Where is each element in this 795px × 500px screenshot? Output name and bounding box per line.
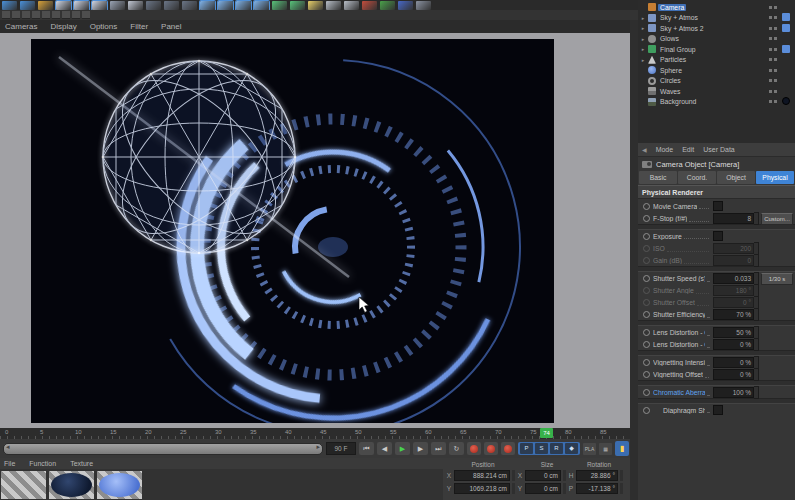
- subdivision-surface-icon[interactable]: [236, 1, 251, 10]
- position-field[interactable]: 1069.218 cm: [454, 483, 510, 494]
- object-name[interactable]: Sky + Atmos: [658, 14, 700, 21]
- animation-toggle-icon[interactable]: [643, 341, 650, 348]
- object-row-waves[interactable]: Waves: [638, 86, 795, 97]
- animation-toggle-icon[interactable]: [643, 275, 650, 282]
- param-value-field[interactable]: 100 %: [713, 387, 754, 398]
- visibility-dots[interactable]: [769, 48, 777, 51]
- visibility-dots[interactable]: [769, 37, 777, 40]
- material-menu-texture[interactable]: Texture: [70, 460, 93, 467]
- param-stepper[interactable]: [754, 386, 759, 399]
- viewport-menu-panel[interactable]: Panel: [161, 22, 181, 31]
- rotation-field[interactable]: 28.886 °: [576, 470, 618, 481]
- param-stepper[interactable]: [754, 254, 759, 267]
- panel-divider[interactable]: [630, 20, 638, 500]
- position-field[interactable]: 888.214 cm: [454, 470, 510, 481]
- floor-environment-icon[interactable]: [272, 1, 287, 10]
- record-scale-button[interactable]: S: [535, 443, 548, 454]
- param-value-field[interactable]: 8: [713, 213, 754, 224]
- timeline-scrubber[interactable]: [3, 443, 323, 455]
- object-row-glows[interactable]: ▸Glows: [638, 34, 795, 45]
- animation-toggle-icon[interactable]: [643, 215, 650, 222]
- visibility-dots[interactable]: [769, 6, 777, 9]
- axis-lock-x-icon[interactable]: [362, 1, 377, 10]
- visibility-dots[interactable]: [769, 69, 777, 72]
- record-pla-button[interactable]: PLA: [583, 443, 596, 455]
- layer-color-chip[interactable]: [782, 24, 790, 32]
- param-stepper[interactable]: [754, 368, 759, 381]
- current-frame-marker[interactable]: 74: [540, 428, 553, 438]
- object-name[interactable]: Camera: [658, 4, 686, 11]
- layout-icon-9[interactable]: [82, 11, 90, 19]
- render-settings-icon[interactable]: [182, 1, 197, 10]
- animation-toggle-icon[interactable]: [643, 245, 650, 252]
- param-checkbox[interactable]: [713, 201, 723, 211]
- object-name[interactable]: Circles: [658, 77, 683, 84]
- size-stepper[interactable]: [563, 483, 566, 494]
- position-stepper[interactable]: [512, 470, 515, 481]
- layout-icon-1[interactable]: [2, 11, 10, 19]
- object-row-final-group[interactable]: ▸Final Group: [638, 44, 795, 55]
- param-checkbox[interactable]: [713, 405, 723, 415]
- layout-icon-6[interactable]: [52, 11, 60, 19]
- object-name[interactable]: Particles: [658, 56, 688, 63]
- visibility-dots[interactable]: [769, 27, 777, 30]
- layout-icon-2[interactable]: [12, 11, 20, 19]
- material-dark-sphere[interactable]: [49, 471, 94, 499]
- tab-object[interactable]: Object: [717, 171, 755, 184]
- play-backward-button[interactable]: ◀: [377, 442, 392, 455]
- play-button[interactable]: ▶: [395, 442, 410, 455]
- timeline-ruler[interactable]: 74 0510152025303540455055606570758085: [0, 428, 630, 439]
- visibility-dots[interactable]: [769, 58, 777, 61]
- param-value-field[interactable]: 0.033: [713, 273, 754, 284]
- viewport-menu-options[interactable]: Options: [90, 22, 118, 31]
- layout-icon-3[interactable]: [22, 11, 30, 19]
- size-field[interactable]: 0 cm: [525, 483, 561, 494]
- redo-icon[interactable]: [20, 1, 35, 10]
- animation-toggle-icon[interactable]: [643, 257, 650, 264]
- object-row-camera[interactable]: Camera: [638, 2, 795, 13]
- spline-pen-icon[interactable]: [218, 1, 233, 10]
- tab-physical[interactable]: Physical: [756, 171, 794, 184]
- size-stepper[interactable]: [563, 470, 566, 481]
- viewport-menu-display[interactable]: Display: [50, 22, 76, 31]
- visibility-dots[interactable]: [769, 79, 777, 82]
- viewport-menu-filter[interactable]: Filter: [130, 22, 148, 31]
- param-preset-button[interactable]: 1/30 s: [761, 273, 793, 285]
- layout-icon-4[interactable]: [32, 11, 40, 19]
- animation-toggle-icon[interactable]: [643, 359, 650, 366]
- visibility-dots[interactable]: [769, 16, 777, 19]
- param-value-field[interactable]: 0 %: [713, 339, 754, 350]
- animation-toggle-icon[interactable]: [643, 203, 650, 210]
- scale-tool-icon[interactable]: [74, 1, 89, 10]
- expander-icon[interactable]: ▸: [640, 25, 646, 31]
- viewport-3d[interactable]: [0, 33, 630, 428]
- tab-coord[interactable]: Coord.: [678, 171, 716, 184]
- param-stepper[interactable]: [754, 308, 759, 321]
- param-stepper[interactable]: [754, 338, 759, 351]
- param-value-field[interactable]: 0 %: [713, 357, 754, 368]
- workplane-icon[interactable]: [416, 1, 431, 10]
- layout-icon-7[interactable]: [62, 11, 70, 19]
- autokeying-button[interactable]: [484, 442, 498, 455]
- goto-start-button[interactable]: ⏮: [359, 442, 374, 455]
- scene-camera-icon[interactable]: [290, 1, 305, 10]
- param-value-field[interactable]: 180 °: [713, 285, 754, 296]
- material-menu-function[interactable]: Function: [29, 460, 56, 467]
- object-name[interactable]: Waves: [658, 88, 683, 95]
- history-back-icon[interactable]: ◀: [642, 146, 647, 153]
- record-parameter-button[interactable]: ◆: [565, 443, 578, 454]
- object-name[interactable]: Glows: [658, 35, 681, 42]
- material-blue-sphere[interactable]: [97, 471, 142, 499]
- end-frame-field[interactable]: 90 F: [326, 442, 356, 455]
- last-tool-icon[interactable]: [110, 1, 125, 10]
- record-rotation-button[interactable]: R: [550, 443, 563, 454]
- animation-toggle-icon[interactable]: [643, 329, 650, 336]
- object-row-sky-atmos[interactable]: ▸Sky + Atmos: [638, 13, 795, 24]
- rotation-stepper[interactable]: [620, 483, 623, 494]
- light-icon[interactable]: [308, 1, 323, 10]
- param-value-field[interactable]: 0: [713, 255, 754, 266]
- object-row-particles[interactable]: ▸Particles: [638, 55, 795, 66]
- layout-icon-8[interactable]: [72, 11, 80, 19]
- param-value-field[interactable]: 70 %: [713, 309, 754, 320]
- param-preset-button[interactable]: Custom...: [761, 213, 793, 225]
